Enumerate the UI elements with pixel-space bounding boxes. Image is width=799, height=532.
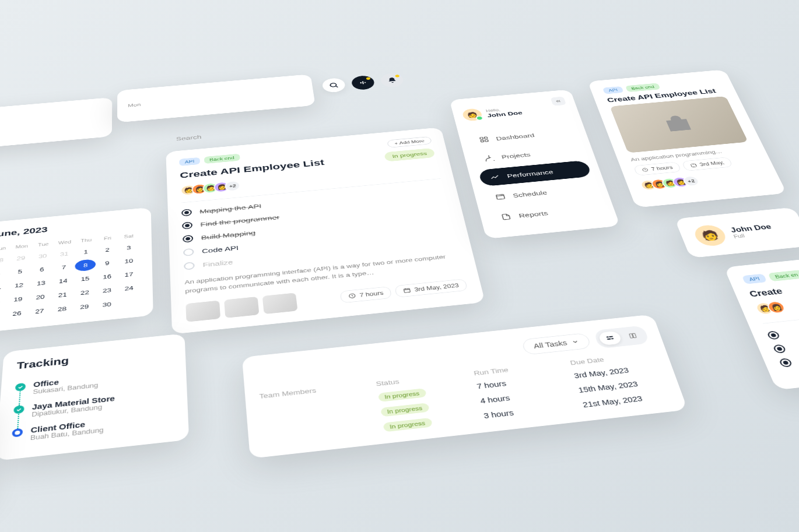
- tag-api[interactable]: API: [179, 157, 200, 165]
- secondary-chart-card: Mon: [117, 74, 316, 122]
- attachment-thumbnail[interactable]: [262, 293, 298, 314]
- calendar-day[interactable]: 29: [10, 252, 32, 265]
- radio-checked-icon[interactable]: [766, 330, 780, 340]
- calendar-day[interactable]: 4: [0, 267, 9, 280]
- avatar-more[interactable]: +2: [225, 180, 241, 192]
- calendar-card: June, 2023 SunMonTueWedThuFriSat28293031…: [0, 207, 153, 333]
- checklist-label: Find the programmer: [200, 213, 280, 227]
- svg-rect-6: [480, 137, 483, 139]
- radio-icon[interactable]: [183, 248, 194, 256]
- view-toggle: [593, 325, 650, 348]
- radio-checked-icon[interactable]: [183, 234, 193, 242]
- table-cell: 3 hours: [483, 402, 572, 421]
- search-button[interactable]: [321, 77, 346, 93]
- svg-rect-1: [360, 82, 362, 83]
- calendar-day[interactable]: 21: [52, 288, 73, 301]
- calendar-day[interactable]: 2: [97, 243, 118, 256]
- tag-backend[interactable]: Back end: [204, 153, 240, 163]
- calendar-day[interactable]: 29: [73, 300, 95, 313]
- svg-rect-11: [607, 336, 609, 337]
- table-header: Due Date: [569, 350, 655, 366]
- profile-card[interactable]: 🧑 John Doe Full: [675, 207, 799, 258]
- calendar-day[interactable]: 6: [31, 263, 52, 276]
- svg-rect-9: [485, 139, 489, 141]
- calendar-day[interactable]: 17: [118, 267, 139, 281]
- calendar-day[interactable]: 13: [30, 276, 52, 290]
- calendar-day[interactable]: 19: [7, 292, 29, 305]
- status-badge: In progress: [384, 147, 435, 161]
- notifications-button[interactable]: [380, 72, 405, 87]
- calendar-day[interactable]: 20: [29, 290, 51, 304]
- user-avatar[interactable]: 🧑: [461, 108, 483, 121]
- checklist-label: Code API: [202, 244, 239, 254]
- nav-label: Dashboard: [495, 132, 535, 141]
- attachment-thumbnail[interactable]: [185, 300, 220, 322]
- calendar-day[interactable]: 8: [75, 259, 96, 272]
- radio-icon[interactable]: [184, 262, 195, 270]
- radio-checked-icon[interactable]: [181, 209, 192, 216]
- calendar-day[interactable]: 30: [96, 297, 117, 311]
- calendar-day[interactable]: 7: [53, 260, 74, 273]
- checklist-label: Mapping the API: [199, 202, 262, 214]
- add-more-button[interactable]: + Add More: [387, 136, 432, 148]
- calendar-day[interactable]: 28: [0, 253, 10, 266]
- calendar-day[interactable]: 25: [0, 309, 5, 323]
- task-preview-card[interactable]: API Back end Create API Employee List An…: [588, 69, 787, 207]
- svg-rect-10: [496, 194, 505, 199]
- nav-label: Projects: [500, 151, 531, 160]
- activity-chart-card: Wed Thu Fri: [0, 97, 112, 153]
- calendar-day[interactable]: 30: [32, 249, 53, 262]
- radio-checked-icon[interactable]: [182, 221, 192, 230]
- task-detail-card: + Add More API Back end Create API Emplo…: [166, 127, 485, 334]
- task-preview-card[interactable]: API Back en Create 🧑 👩: [724, 251, 799, 390]
- radio-checked-icon[interactable]: [772, 344, 787, 353]
- calendar-dow: Fri: [97, 233, 118, 243]
- voice-button[interactable]: [351, 75, 376, 90]
- svg-rect-8: [481, 140, 484, 142]
- tracking-card: Tracking Office Sukasari, Bandung Jaya M…: [0, 333, 189, 461]
- calendar-day[interactable]: 28: [51, 302, 73, 316]
- svg-rect-3: [365, 82, 366, 83]
- duration-pill: 7 hours: [633, 161, 682, 175]
- table-cell: 4 hours: [479, 387, 567, 406]
- attachment-thumbnail[interactable]: [224, 296, 259, 318]
- calendar-day[interactable]: 11: [0, 280, 8, 294]
- list-view-button[interactable]: [598, 330, 622, 345]
- filter-dropdown[interactable]: All Tasks: [521, 332, 591, 354]
- grid-view-button[interactable]: [621, 328, 645, 343]
- svg-point-0: [330, 83, 337, 87]
- calendar-day[interactable]: 24: [118, 281, 139, 295]
- table-cell: In progress: [383, 413, 472, 432]
- calendar-day[interactable]: 1: [75, 245, 96, 258]
- notification-dot: [395, 75, 400, 77]
- calendar-day[interactable]: 15: [75, 272, 96, 286]
- collapse-sidebar-button[interactable]: [551, 96, 566, 105]
- tag-backend[interactable]: Back end: [625, 83, 660, 92]
- calendar-day[interactable]: 16: [97, 270, 118, 283]
- calendar-day[interactable]: 26: [6, 306, 28, 320]
- calendar-day[interactable]: 3: [118, 241, 139, 254]
- date-pill: 3rd May, 2023: [394, 278, 468, 297]
- svg-rect-7: [484, 136, 488, 138]
- calendar-day[interactable]: 5: [9, 265, 31, 278]
- radio-checked-icon[interactable]: [779, 358, 793, 367]
- preview-image: [610, 96, 748, 153]
- calendar-dow: Sat: [119, 231, 139, 241]
- table-cell: 15th May, 2023: [577, 377, 665, 395]
- tag-api[interactable]: API: [742, 273, 767, 284]
- calendar-day[interactable]: 23: [96, 283, 117, 297]
- tag-api[interactable]: API: [602, 86, 623, 94]
- calendar-day[interactable]: 12: [8, 279, 30, 292]
- calendar-day[interactable]: 22: [74, 286, 95, 299]
- profile-avatar[interactable]: 🧑: [692, 224, 729, 247]
- calendar-day[interactable]: 27: [29, 304, 51, 318]
- calendar-day[interactable]: 14: [52, 274, 74, 287]
- calendar-day[interactable]: 9: [97, 256, 117, 269]
- calendar-day[interactable]: 18: [0, 294, 6, 308]
- svg-rect-2: [362, 81, 364, 84]
- calendar-dow: Thu: [76, 235, 96, 245]
- tag-backend[interactable]: Back en: [768, 269, 799, 281]
- checklist-label: Finalize: [202, 258, 233, 268]
- calendar-day[interactable]: 10: [118, 254, 139, 267]
- calendar-day[interactable]: 31: [54, 247, 75, 260]
